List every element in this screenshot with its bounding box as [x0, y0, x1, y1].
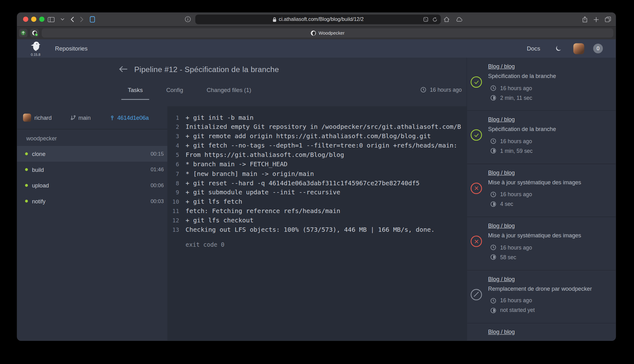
log-line-text: + git init -b main: [186, 114, 254, 121]
task-row[interactable]: notify 00:03: [17, 193, 167, 209]
build-repo-link[interactable]: Blog / blog: [488, 329, 515, 336]
clock-icon: [490, 138, 497, 144]
sidebar-toggle-icon[interactable]: [48, 17, 55, 22]
pinned-tab-1[interactable]: [19, 29, 27, 37]
commit-meta-row: richard main 4614: [17, 106, 167, 129]
task-list: clone 00:15 build 01:46 upload 00:06: [17, 146, 167, 209]
task-duration: 00:06: [151, 182, 164, 188]
toolbar-right-group: [582, 12, 611, 26]
log-line-number: 3: [168, 133, 179, 139]
app-navbar: 0.15.8 Repositories Docs 0: [17, 39, 616, 58]
build-duration-text: 1 min, 59 sec: [500, 148, 533, 154]
commit-info[interactable]: 4614d1e06a: [109, 114, 149, 121]
task-name: clone: [32, 151, 150, 157]
new-tab-icon[interactable]: [593, 17, 599, 22]
builds-sidebar: Blog / blog Spécification de la branche …: [466, 58, 616, 341]
pipeline-tab[interactable]: Changed files (1): [200, 81, 258, 100]
clock-icon: [490, 85, 497, 91]
task-row[interactable]: build 01:46: [17, 162, 167, 177]
build-repo-link[interactable]: Blog / blog: [488, 169, 515, 176]
build-card[interactable]: Blog / blog Remplacement de drone par wo…: [467, 270, 616, 323]
pipeline-tab[interactable]: Config: [160, 81, 190, 100]
build-commit-message: Spécification de la branche: [488, 73, 612, 80]
nav-repositories-link[interactable]: Repositories: [55, 45, 87, 52]
reload-icon[interactable]: [432, 17, 437, 22]
build-time-row: 16 hours ago: [490, 297, 612, 304]
minimize-window-button[interactable]: [31, 17, 37, 22]
log-line-text: fetch: Fetching reference refs/heads/mai…: [186, 207, 340, 215]
tab-audio-indicator: [35, 33, 38, 36]
log-line-text: + git lfs checkout: [186, 217, 254, 224]
build-duration-text: 58 sec: [500, 254, 516, 260]
task-row[interactable]: upload 00:06: [17, 177, 167, 193]
notification-badge[interactable]: 0: [593, 44, 603, 53]
forward-icon[interactable]: [80, 17, 84, 22]
build-repo-link[interactable]: Blog / blog: [488, 222, 515, 229]
tasks-panel: richard main 4614: [17, 106, 167, 341]
log-line-number: 1: [168, 114, 179, 121]
tab-overview-icon[interactable]: [605, 17, 611, 22]
address-bar[interactable]: ci.athaliasoft.com/Blog/blog/build/12/2: [195, 15, 441, 24]
build-repo-link[interactable]: Blog / blog: [488, 63, 515, 70]
build-commit-message: Remplacement de drone par woodpecker: [488, 285, 612, 292]
log-line: 4 + git fetch --no-tags --depth=1 --filt…: [168, 141, 467, 150]
home-icon[interactable]: [444, 17, 450, 22]
build-card[interactable]: Blog / blog Mise à jour systématique des…: [467, 164, 616, 217]
pipeline-tab[interactable]: Tasks: [121, 81, 149, 100]
build-repo-link[interactable]: Blog / blog: [488, 116, 515, 123]
close-window-button[interactable]: [23, 17, 28, 22]
build-duration-row: 4 sec: [490, 201, 612, 207]
extensions-icon[interactable]: [423, 17, 428, 22]
build-status-icon: [471, 182, 482, 194]
back-icon[interactable]: [70, 17, 74, 22]
user-avatar[interactable]: [573, 43, 584, 54]
timelapse-icon: [490, 148, 497, 154]
dark-mode-toggle-icon[interactable]: [555, 45, 562, 52]
back-arrow-icon[interactable]: [119, 66, 128, 72]
share-icon[interactable]: [582, 16, 588, 23]
build-card[interactable]: Blog / blog Mise à jour systématique des…: [467, 217, 616, 270]
build-time-text: 16 hours ago: [500, 298, 532, 303]
lock-icon: [272, 17, 276, 22]
git-commit-icon: [109, 114, 115, 121]
task-row[interactable]: clone 00:15: [17, 146, 167, 162]
git-branch-icon: [70, 114, 76, 121]
log-line-text: * branch main -> FETCH_HEAD: [186, 161, 288, 168]
nav-docs-link[interactable]: Docs: [527, 45, 540, 52]
build-duration-text: 2 min, 11 sec: [500, 95, 532, 101]
build-repo-link[interactable]: Blog / blog: [488, 275, 515, 282]
zoom-window-button[interactable]: [39, 17, 45, 22]
start-page-icon[interactable]: [90, 16, 95, 23]
log-line-text: + git remote add origin https://git.atha…: [186, 133, 431, 140]
build-time-text: 16 hours ago: [500, 85, 532, 91]
log-line: 12 + git lfs checkout: [168, 216, 467, 225]
clock-icon: [490, 297, 497, 304]
app-main: Pipeline #12 - Spécification de la branc…: [17, 58, 616, 341]
page-info-icon[interactable]: [185, 16, 191, 22]
build-card[interactable]: Blog / blog: [467, 323, 616, 341]
brand[interactable]: 0.15.8: [27, 41, 44, 56]
task-status-dot: [25, 168, 28, 171]
build-card[interactable]: Blog / blog Spécification de la branche …: [467, 111, 616, 164]
check-icon: [473, 79, 479, 85]
check-icon: [473, 132, 479, 138]
pipeline-tab-list: TasksConfigChanged files (1): [121, 81, 258, 100]
cross-icon: [474, 239, 479, 244]
task-status-dot: [25, 153, 28, 155]
log-line: 9 + git submodule update --init --recurs…: [168, 188, 467, 197]
build-status-icon: [471, 76, 482, 88]
active-tab[interactable]: Woodpecker: [41, 28, 613, 38]
build-card[interactable]: Blog / blog Spécification de la branche …: [467, 58, 616, 111]
build-time-row: 16 hours ago: [490, 138, 612, 144]
pipeline-pane: Pipeline #12 - Spécification de la branc…: [17, 58, 466, 341]
chevron-down-icon[interactable]: [61, 18, 64, 21]
build-duration-row: 1 min, 59 sec: [490, 148, 612, 154]
commit-hash-link[interactable]: 4614d1e06a: [117, 114, 149, 121]
exit-code-text: exit code 0: [168, 241, 467, 248]
build-time-row: 16 hours ago: [490, 244, 612, 251]
task-name: build: [32, 166, 150, 173]
build-status-icon: [471, 236, 482, 247]
icloud-tabs-icon[interactable]: [456, 17, 463, 22]
task-name: upload: [32, 182, 150, 189]
pinned-tab-2[interactable]: [30, 29, 39, 37]
